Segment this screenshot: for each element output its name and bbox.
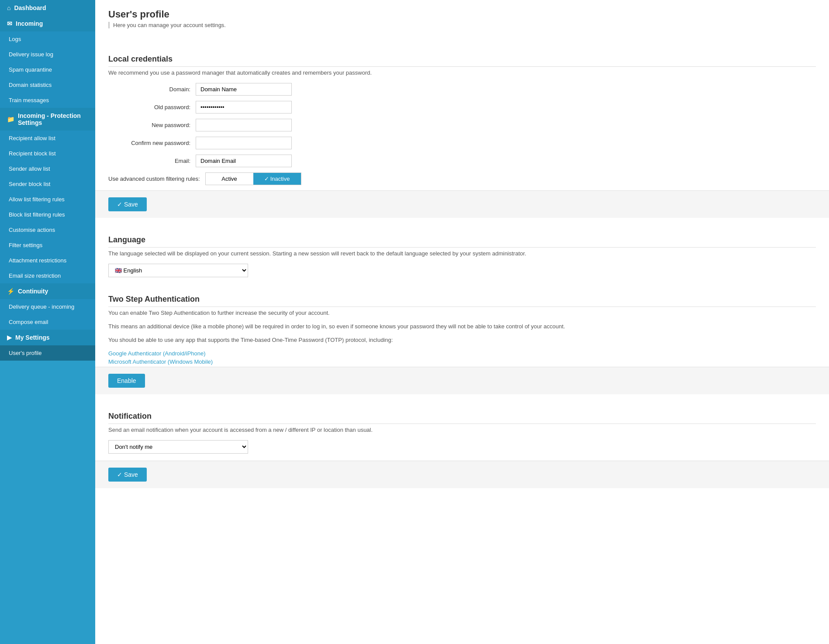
sidebar-item-my-settings[interactable]: ▶ My Settings [0,330,95,345]
two-step-auth-enable-area: Enable [95,367,829,394]
local-credentials-desc: We recommend you use a password manager … [108,69,816,76]
new-password-input[interactable] [196,119,292,131]
home-icon: ⌂ [7,4,10,11]
local-credentials-title: Local credentials [108,55,816,67]
sidebar-item-logs[interactable]: Logs [0,31,95,47]
language-title: Language [108,235,816,248]
sidebar-item-sender-allow-list[interactable]: Sender allow list [0,161,95,176]
new-password-label: New password: [108,122,196,128]
sidebar-item-users-profile[interactable]: User's profile [0,345,95,361]
sidebar-item-compose-email[interactable]: Compose email [0,314,95,330]
sidebar-item-filter-settings[interactable]: Filter settings [0,238,95,253]
folder-icon: 📁 [7,116,14,123]
local-credentials-section: Local credentials We recommend you use a… [95,46,829,185]
old-password-label: Old password: [108,104,196,110]
page-header: User's profile Here you can manage your … [95,0,829,46]
envelope-icon: ✉ [7,20,12,27]
toggle-group: Active ✓Inactive [205,172,301,185]
sidebar-item-continuity[interactable]: ⚡ Continuity [0,283,95,299]
sidebar-item-train-messages[interactable]: Train messages [0,93,95,108]
notification-save-area: ✓ Save [95,461,829,488]
two-step-auth-title: Two Step Authentication [108,295,816,307]
two-step-auth-desc2: This means an additional device (like a … [108,323,816,330]
sidebar-item-sender-block-list[interactable]: Sender block list [0,176,95,192]
sidebar-item-recipient-allow-list[interactable]: Recipient allow list [0,131,95,146]
page-title: User's profile [108,9,816,20]
sidebar-item-incoming-protection-settings[interactable]: 📁 Incoming - Protection Settings [0,108,95,131]
sidebar-item-spam-quarantine[interactable]: Spam quarantine [0,62,95,77]
domain-label: Domain: [108,86,196,93]
check-icon: ✓ [264,176,269,182]
sidebar-item-attachment-restrictions[interactable]: Attachment restrictions [0,253,95,268]
advanced-filtering-label: Use advanced custom filtering rules: [108,176,205,182]
domain-input[interactable] [196,83,292,96]
notification-desc: Send an email notification when your acc… [108,427,816,433]
two-step-auth-desc3: You should be able to use any app that s… [108,337,816,343]
chevron-right-icon: ▶ [7,334,12,341]
enable-button[interactable]: Enable [108,374,145,388]
old-password-row: Old password: [108,101,816,114]
language-select[interactable]: 🇬🇧 English French German Spanish [108,264,248,277]
two-step-auth-section: Two Step Authentication You can enable T… [95,286,829,365]
domain-row: Domain: [108,83,816,96]
sidebar-item-allow-list-filtering-rules[interactable]: Allow list filtering rules [0,192,95,207]
notification-select[interactable]: Don't notify me Notify me Notify me imme… [108,440,248,454]
notification-title: Notification [108,412,816,424]
microsoft-authenticator-link[interactable]: Microsoft Authenticator (Windows Mobile) [108,358,816,365]
new-password-row: New password: [108,119,816,131]
old-password-input[interactable] [196,101,292,114]
save-button-credentials[interactable]: ✓ Save [108,197,147,211]
google-authenticator-link[interactable]: Google Authenticator (Android/iPhone) [108,350,816,357]
language-section: Language The language selected will be d… [95,227,829,286]
sidebar-item-block-list-filtering-rules[interactable]: Block list filtering rules [0,207,95,222]
email-input[interactable] [196,155,292,167]
email-row: Email: [108,155,816,167]
main-content: User's profile Here you can manage your … [95,0,829,644]
sidebar-item-recipient-block-list[interactable]: Recipient block list [0,146,95,161]
save-check-icon-2: ✓ [117,471,124,478]
sidebar-item-delivery-issue-log[interactable]: Delivery issue log [0,47,95,62]
sidebar-item-email-size-restriction[interactable]: Email size restriction [0,268,95,283]
confirm-password-row: Confirm new password: [108,137,816,149]
language-desc: The language selected will be displayed … [108,250,816,257]
save-check-icon: ✓ [117,201,124,208]
inactive-toggle-button[interactable]: ✓Inactive [253,173,301,185]
active-toggle-button[interactable]: Active [206,173,253,185]
sidebar-item-customise-actions[interactable]: Customise actions [0,222,95,238]
sidebar-item-domain-statistics[interactable]: Domain statistics [0,77,95,93]
two-step-auth-desc1: You can enable Two Step Authentication t… [108,310,816,316]
filter-icon: ⚡ [7,288,14,295]
confirm-password-input[interactable] [196,137,292,149]
sidebar: ⌂ Dashboard ✉ Incoming Logs Delivery iss… [0,0,95,644]
confirm-password-label: Confirm new password: [108,140,196,146]
sidebar-item-dashboard[interactable]: ⌂ Dashboard [0,0,95,16]
notification-section: Notification Send an email notification … [95,403,829,454]
save-button-notification[interactable]: ✓ Save [108,468,147,482]
page-subtitle: Here you can manage your account setting… [108,22,816,28]
local-credentials-save-area: ✓ Save [95,190,829,218]
advanced-filtering-row: Use advanced custom filtering rules: Act… [108,172,816,185]
sidebar-item-delivery-queue-incoming[interactable]: Delivery queue - incoming [0,299,95,314]
sidebar-item-incoming[interactable]: ✉ Incoming [0,16,95,31]
email-label: Email: [108,158,196,164]
